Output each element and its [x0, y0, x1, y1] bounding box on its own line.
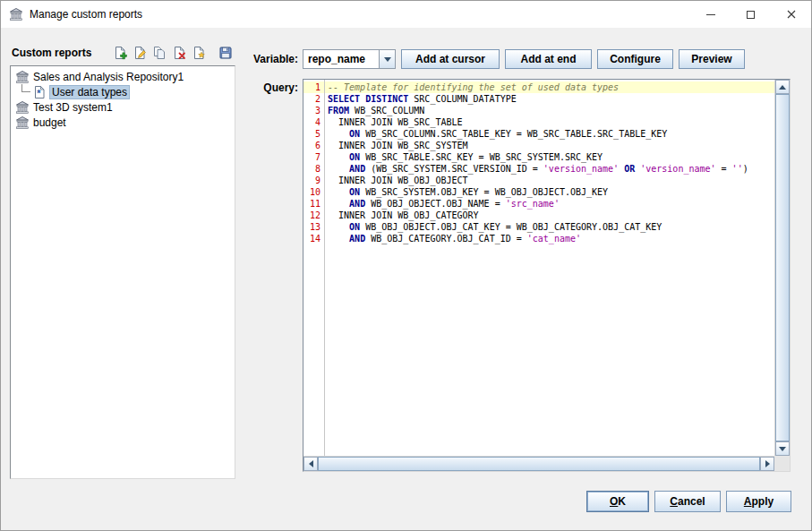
line-number: 6 — [303, 140, 324, 151]
code-line: ON WB_SRC_COLUMN.SRC_TABLE_KEY = WB_SRC_… — [325, 128, 774, 140]
report-icon — [32, 85, 47, 99]
tree-item-repository[interactable]: budget — [11, 115, 235, 130]
scrollbar-corner — [774, 456, 790, 471]
code-line: AND WB_OBJ_OBJECT.OBJ_NAME = 'src_name' — [325, 198, 774, 210]
line-number: 13 — [303, 221, 324, 233]
horizontal-scrollbar[interactable] — [303, 456, 774, 471]
code-line: AND WB_OBJ_CATEGORY.OBJ_CAT_ID = 'cat_na… — [325, 233, 774, 244]
repository-icon — [15, 100, 30, 115]
vertical-scroll-thumb[interactable] — [775, 94, 790, 441]
repository-icon — [15, 70, 30, 84]
code-line: FROM WB_SRC_COLUMN — [325, 105, 774, 116]
cancel-button[interactable]: Cancel — [654, 491, 721, 512]
tree-item-label: budget — [33, 116, 66, 129]
ok-button[interactable]: OK — [586, 491, 649, 512]
manage-custom-reports-dialog: Manage custom reports Custom reports — [0, 0, 812, 531]
variable-combobox[interactable]: repo_name — [303, 49, 396, 69]
repository-icon — [15, 116, 30, 130]
code-line: -- Template for identifying the set of u… — [325, 81, 774, 93]
new-from-template-button[interactable] — [191, 45, 207, 61]
horizontal-scroll-thumb[interactable] — [318, 457, 760, 471]
code-line: INNER JOIN WB_OBJ_OBJECT — [325, 175, 774, 186]
code-line: INNER JOIN WB_SRC_TABLE — [325, 116, 774, 128]
maximize-button[interactable] — [731, 1, 771, 28]
custom-reports-header: Custom reports — [12, 45, 234, 61]
code-line: ON WB_SRC_TABLE.SRC_KEY = WB_SRC_SYSTEM.… — [325, 151, 774, 163]
line-number: 1 — [303, 81, 324, 93]
copy-report-icon — [152, 46, 167, 60]
save-icon — [218, 46, 233, 60]
variable-row: Variable: repo_name Add at cursor Add at… — [243, 48, 745, 70]
line-number: 5 — [303, 128, 324, 140]
new-report-button[interactable] — [112, 45, 128, 61]
close-icon — [787, 10, 796, 19]
combo-dropdown-button[interactable] — [379, 50, 395, 68]
editor-gutter: 1234567891011121314 — [303, 80, 325, 456]
line-number: 7 — [303, 151, 324, 163]
dialog-content: Custom reports Sales and Analysis Reposi… — [1, 28, 811, 530]
custom-reports-tree[interactable]: Sales and Analysis Repository1 User data… — [10, 65, 235, 479]
code-line: SELECT DISTINCT SRC_COLUMN_DATATYPE — [325, 93, 774, 105]
variable-combo-value: repo_name — [303, 50, 379, 68]
minimize-icon — [706, 14, 715, 15]
dropdown-arrow-icon — [384, 57, 391, 62]
line-number: 14 — [303, 233, 324, 244]
save-reports-button[interactable] — [218, 45, 234, 61]
arrow-right-icon — [765, 460, 770, 467]
add-at-cursor-button[interactable]: Add at cursor — [401, 49, 500, 69]
copy-report-button[interactable] — [151, 45, 167, 61]
arrow-down-icon — [779, 447, 786, 451]
tree-item-repository[interactable]: Test 3D system1 — [11, 99, 235, 115]
new-from-template-icon — [192, 46, 206, 60]
line-number: 9 — [303, 175, 324, 186]
edit-report-icon — [132, 46, 147, 60]
configure-button[interactable]: Configure — [597, 49, 673, 69]
arrow-up-icon — [779, 85, 786, 90]
tree-item-label-selected: User data types — [50, 86, 129, 98]
query-label: Query: — [243, 81, 298, 94]
reports-toolbar — [112, 45, 234, 61]
scroll-left-button[interactable] — [303, 457, 318, 471]
scroll-right-button[interactable] — [760, 457, 774, 471]
code-line: ON WB_SRC_SYSTEM.OBJ_KEY = WB_OBJ_OBJECT… — [325, 186, 774, 198]
code-line: INNER JOIN WB_SRC_SYSTEM — [325, 140, 774, 151]
line-number: 8 — [303, 163, 324, 175]
line-number: 10 — [303, 186, 324, 198]
footer-buttons: OK Cancel Apply — [586, 491, 791, 512]
scroll-down-button[interactable] — [775, 441, 790, 456]
tree-item-label: Test 3D system1 — [33, 101, 113, 114]
add-at-end-button[interactable]: Add at end — [505, 49, 592, 69]
tree-connector — [21, 84, 30, 92]
minimize-button[interactable] — [690, 1, 731, 28]
query-editor[interactable]: 1234567891011121314 -- Template for iden… — [303, 79, 791, 472]
app-icon — [9, 7, 23, 21]
edit-report-button[interactable] — [132, 45, 148, 61]
arrow-left-icon — [309, 460, 313, 467]
line-number: 4 — [303, 116, 324, 128]
apply-button[interactable]: Apply — [726, 491, 791, 512]
maximize-icon — [747, 11, 755, 19]
line-number: 11 — [303, 198, 324, 210]
new-report-icon — [113, 46, 127, 60]
code-line: AND (WB_SRC_SYSTEM.SRC_VERSION_ID = 'ver… — [325, 163, 774, 175]
tree-item-repository[interactable]: Sales and Analysis Repository1 — [11, 69, 235, 84]
delete-report-icon — [172, 46, 186, 60]
variable-label: Variable: — [243, 53, 298, 65]
editor-code[interactable]: -- Template for identifying the set of u… — [325, 80, 774, 456]
line-number: 3 — [303, 105, 324, 116]
preview-button[interactable]: Preview — [679, 49, 745, 69]
line-number: 2 — [303, 93, 324, 105]
titlebar[interactable]: Manage custom reports — [1, 1, 811, 28]
window-title: Manage custom reports — [30, 8, 142, 21]
delete-report-button[interactable] — [171, 45, 187, 61]
custom-reports-label: Custom reports — [12, 47, 91, 59]
close-button[interactable] — [771, 1, 811, 28]
tree-item-label: Sales and Analysis Repository1 — [33, 71, 184, 83]
tree-item-report[interactable]: User data types — [11, 84, 235, 99]
scroll-up-button[interactable] — [775, 80, 790, 94]
vertical-scrollbar[interactable] — [774, 80, 790, 456]
line-number: 12 — [303, 210, 324, 221]
editor-viewport: 1234567891011121314 -- Template for iden… — [303, 80, 774, 456]
code-line: ON WB_OBJ_OBJECT.OBJ_CAT_KEY = WB_OBJ_CA… — [325, 221, 774, 233]
code-line: INNER JOIN WB_OBJ_CATEGORY — [325, 210, 774, 221]
